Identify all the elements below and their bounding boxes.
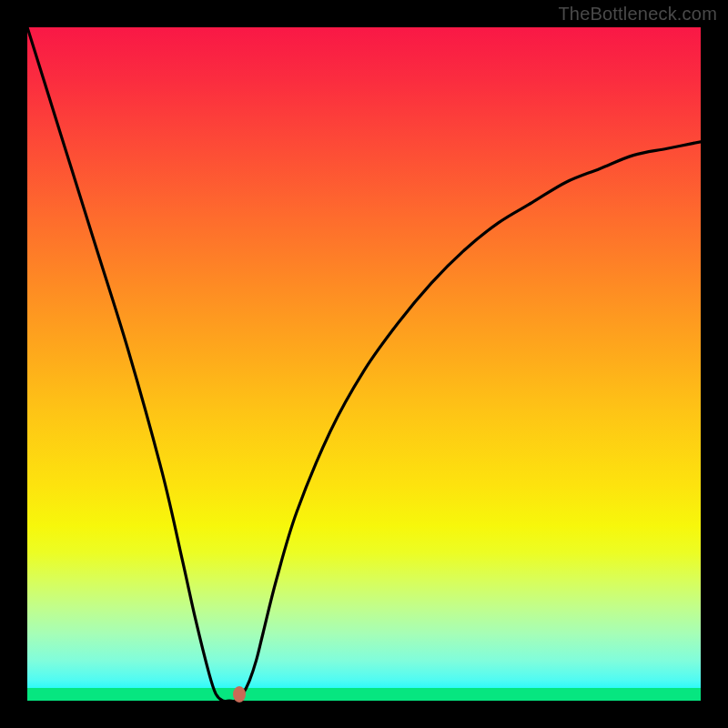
plot-gradient-area <box>27 27 701 701</box>
chart-frame: TheBottleneck.com <box>0 0 728 728</box>
plot-bottom-green-strip <box>27 688 701 701</box>
watermark-text: TheBottleneck.com <box>558 4 717 25</box>
optimal-point-marker <box>233 686 246 703</box>
